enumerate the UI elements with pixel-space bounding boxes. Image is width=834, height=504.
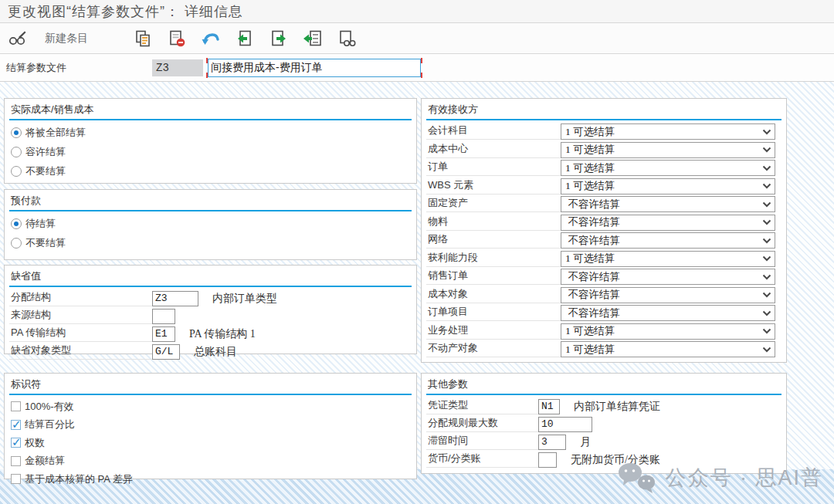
field-row-residence-time: 滞留时间 3 月	[426, 433, 781, 451]
residence-time-input[interactable]: 3	[538, 435, 566, 450]
radio-icon[interactable]	[11, 147, 22, 157]
profile-description-input[interactable]	[208, 59, 421, 77]
dropdown-value: 1 可选结算	[565, 252, 762, 266]
title-bar: 更改视图“结算参数文件”： 详细信息	[0, 0, 834, 23]
document-type-input[interactable]: N1	[538, 399, 560, 414]
gl-account-dropdown[interactable]: 1 可选结算	[561, 123, 775, 140]
profile-key-field: Z3	[152, 59, 203, 76]
business-process-dropdown[interactable]: 1 可选结算	[561, 323, 775, 340]
radio-row-dp-to-settle[interactable]: 待结算	[9, 214, 412, 233]
change-display-toggle-icon[interactable]	[6, 27, 29, 50]
source-structure-input[interactable]	[152, 309, 175, 324]
other-entry-icon[interactable]	[301, 27, 324, 50]
default-object-type-input[interactable]: G/L	[152, 344, 180, 360]
receiver-row-network: 网络 不容许结算	[426, 232, 781, 250]
field-label: 来源结构	[9, 308, 152, 324]
field-description: 内部订单结算凭证	[574, 400, 660, 414]
network-dropdown[interactable]: 不容许结算	[561, 232, 775, 249]
application-toolbar: 新建条目	[0, 23, 834, 54]
cost-center-dropdown[interactable]: 1 可选结算	[561, 142, 775, 158]
cost-object-dropdown[interactable]: 不容许结算	[561, 287, 775, 303]
dropdown-value: 不容许结算	[565, 234, 762, 248]
receiver-row-fixed-asset: 固定资产 不容许结算	[426, 195, 781, 214]
field-row-default-object-type: 缺省对象类型 G/L 总账科目	[9, 343, 412, 360]
profile-key-row: 结算参数文件 Z3	[0, 54, 834, 82]
copy-as-icon[interactable]	[131, 27, 154, 50]
checkbox-icon[interactable]	[11, 438, 21, 448]
receiver-row-real-estate-object: 不动产对象 1 可选结算	[426, 340, 781, 359]
receiver-row-order-item: 订单项目 不容许结算	[426, 304, 781, 323]
checkbox-label: 基于成本核算的 PA 差异	[25, 472, 133, 486]
currency-ledger-input[interactable]	[538, 452, 557, 468]
material-dropdown[interactable]: 不容许结算	[561, 215, 775, 231]
radio-row-settle-none[interactable]: 不要结算	[9, 161, 412, 181]
radio-icon[interactable]	[11, 166, 22, 177]
checkbox-icon[interactable]	[11, 456, 21, 466]
radio-label: 不要结算	[25, 164, 66, 178]
radio-icon[interactable]	[11, 238, 22, 249]
dropdown-value: 1 可选结算	[565, 343, 762, 357]
checkbox-icon[interactable]	[11, 401, 21, 411]
radio-row-settle-optional[interactable]: 容许结算	[9, 142, 412, 161]
group-down-payment: 预付款 待结算 不要结算	[4, 189, 417, 260]
dropdown-value: 1 可选结算	[565, 143, 762, 157]
chevron-down-icon	[762, 165, 771, 171]
group-defaults: 缺省值 分配结构 Z3 内部订单类型 来源结构 PA 传输结构 E1 PA 传输…	[4, 265, 417, 354]
max-distribution-rules-input[interactable]: 10	[538, 417, 592, 432]
group-title: 有效接收方	[426, 101, 781, 119]
allocation-structure-input[interactable]: Z3	[152, 291, 198, 306]
checkbox-icon[interactable]	[11, 474, 21, 484]
checkbox-row-equivalence-numbers[interactable]: 权数	[9, 434, 412, 452]
delete-entry-icon[interactable]	[165, 27, 188, 50]
checkbox-label: 结算百分比	[25, 418, 75, 431]
radio-row-settle-full[interactable]: 将被全部结算	[9, 123, 412, 142]
wbs-element-dropdown[interactable]: 1 可选结算	[561, 178, 775, 194]
field-label: 分配规则最大数	[426, 416, 538, 432]
group-title-rule	[9, 119, 412, 120]
checkbox-row-100pct-validation[interactable]: 100%-有效	[9, 397, 412, 416]
dropdown-value: 不容许结算	[565, 270, 762, 284]
radio-row-dp-none[interactable]: 不要结算	[9, 233, 412, 252]
group-title-rule	[9, 210, 412, 211]
field-label: 滞留时间	[426, 434, 538, 450]
next-entry-icon[interactable]	[267, 27, 290, 50]
field-row-document-type: 凭证类型 N1 内部订单结算凭证	[426, 397, 781, 415]
field-description: 无附加货币/分类账	[571, 453, 660, 467]
new-entries-button[interactable]: 新建条目	[40, 27, 93, 50]
display-bc-set-icon[interactable]	[335, 27, 358, 50]
checkbox-icon[interactable]	[11, 420, 21, 430]
group-title-rule	[426, 394, 781, 395]
checkbox-row-amount-settlement[interactable]: 金额结算	[9, 452, 412, 471]
group-title-rule	[426, 119, 781, 120]
radio-icon[interactable]	[11, 127, 22, 138]
receiver-label: 网络	[426, 232, 561, 249]
group-other-params: 其他参数 凭证类型 N1 内部订单结算凭证 分配规则最大数 10 滞留时间 3 …	[421, 373, 787, 474]
receiver-label: 业务处理	[426, 323, 561, 340]
real-estate-object-dropdown[interactable]: 1 可选结算	[561, 341, 775, 357]
previous-entry-icon[interactable]	[233, 27, 256, 50]
radio-label: 容许结算	[25, 145, 66, 159]
undo-change-icon[interactable]	[199, 27, 222, 50]
order-item-dropdown[interactable]: 不容许结算	[561, 305, 775, 321]
checkbox-label: 100%-有效	[25, 400, 74, 414]
profitability-segment-dropdown[interactable]: 1 可选结算	[561, 251, 775, 267]
receiver-row-gl-account: 会计科目 1 可选结算	[426, 123, 781, 141]
receiver-label: 不动产对象	[426, 341, 561, 357]
sales-order-dropdown[interactable]: 不容许结算	[561, 269, 775, 285]
group-title-rule	[9, 394, 412, 395]
order-dropdown[interactable]: 1 可选结算	[561, 160, 775, 176]
fixed-asset-dropdown[interactable]: 不容许结算	[561, 196, 775, 212]
pa-transfer-structure-input[interactable]: E1	[152, 326, 175, 342]
group-indicators: 标识符 100%-有效 结算百分比 权数 金额结算 基于成本核算的 PA 差异	[4, 373, 417, 479]
radio-icon[interactable]	[11, 218, 22, 229]
group-title: 其他参数	[426, 376, 781, 394]
receiver-label: 固定资产	[426, 196, 561, 212]
field-label: PA 传输结构	[9, 326, 152, 342]
radio-label: 不要结算	[25, 236, 66, 250]
checkbox-row-pa-variances[interactable]: 基于成本核算的 PA 差异	[9, 470, 412, 489]
group-valid-receivers: 有效接收方 会计科目 1 可选结算 成本中心 1 可选结算 订单 1 可选结算 …	[421, 98, 787, 363]
checkbox-row-percent-settlement[interactable]: 结算百分比	[9, 416, 412, 435]
field-label: 缺省对象类型	[9, 343, 152, 360]
radio-label: 待结算	[25, 217, 56, 231]
checkbox-label: 金额结算	[25, 454, 65, 468]
